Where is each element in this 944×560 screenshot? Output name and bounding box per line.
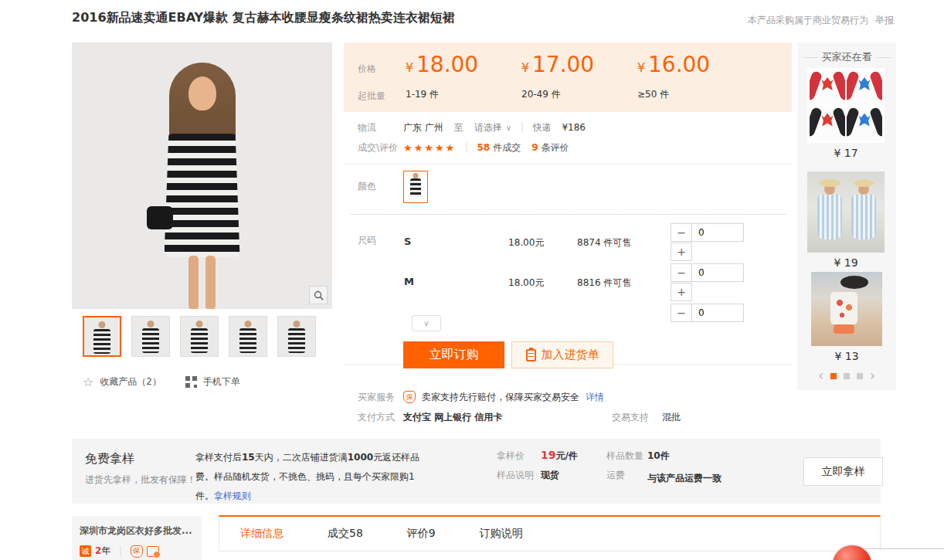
sidebar-product-2[interactable]: ¥ 19 [807,171,885,269]
sample-price-value: 19元/件 [541,449,578,463]
tier3-qty: ≥50 件 [637,88,669,101]
buyer-service-row: 买家服务 保 卖家支持先行赔付，保障买家交易安全 详情 [344,390,792,404]
payment-methods: 支付宝 网上银行 信用卡 [403,411,502,424]
seller-card: 深圳市龙岗区衣好多批发... 诚 2年 │ 保 [72,516,202,560]
qty-minus-button[interactable]: − [671,263,692,282]
thumbnail-3[interactable] [180,316,219,357]
sample-rule-link[interactable]: 拿样规则 [214,490,251,501]
thumbnail-2[interactable] [131,316,170,357]
also-viewed-sidebar: 买家还在看 ¥ 17 ¥ 19 ¥ 13 ‹ › [797,42,896,390]
page-dot-3[interactable] [857,373,863,379]
tab-reviews[interactable]: 评价9 [407,527,436,541]
tab-deals[interactable]: 成交58 [328,527,363,541]
main-product-image[interactable] [72,42,332,309]
expand-sizes-button[interactable]: ∨ [412,315,441,331]
qty-plus-button[interactable]: + [671,243,692,261]
trade-support-value[interactable]: 混批 [662,411,681,424]
seller-name-link[interactable]: 深圳市龙岗区衣好多批发... [80,524,194,538]
logistics-row: 物流 广东 广州 至 请选择 ∨ │ 快递 ¥186 [344,120,792,135]
trade-support-label: 交易支持 [612,411,649,424]
moq-label: 起批量 [358,90,385,103]
sample-price-label: 拿样价 [497,450,525,463]
sample-shipping-value: 与该产品运费一致 [647,469,734,488]
sample-desc-value: 现货 [541,469,559,482]
size-name: M [404,276,414,287]
deal-rating-row: 成交\评价 ★★★★★ │ 58 件成交 9 条评价 [344,140,792,155]
size-stock: 8874 件可售 [577,236,631,249]
sidebar-product-1[interactable]: ¥ 17 [807,68,885,159]
tab-order-notes[interactable]: 订购说明 [480,527,523,541]
page-title: 2016新品速卖通EBAY爆款 复古赫本收腰显瘦条纹裙热卖连衣裙短裙 [72,10,455,26]
thumbnail-4[interactable] [229,316,267,357]
clipboard-icon [526,349,536,361]
seller-years: 2年 [95,545,110,558]
favorite-label: 收藏产品（2） [100,375,161,389]
star-icon: ☆ [83,377,93,388]
color-swatch-selected[interactable] [403,171,428,203]
qty-input[interactable] [691,304,744,322]
report-link[interactable]: 举报 [875,14,894,27]
review-count-link[interactable]: 9 [531,142,538,153]
prev-arrow-icon[interactable]: ‹ [818,369,823,382]
magnifier-icon[interactable] [309,286,328,304]
get-sample-button[interactable]: 立即拿样 [803,457,883,486]
price-label: 价格 [358,63,376,76]
deal-count-link[interactable]: 58 [477,142,491,153]
tier1-qty: 1-19 件 [406,88,439,101]
express-fee: ¥186 [562,122,586,133]
guarantee-icon: 保 [131,545,143,558]
qty-minus-button[interactable]: − [671,304,692,322]
next-arrow-icon[interactable]: › [870,369,875,382]
sample-qty-label: 样品数量 [606,450,643,463]
thumbnail-1[interactable] [83,316,121,357]
qty-input[interactable] [691,223,744,242]
sidebar-pagination: ‹ › [797,369,896,382]
deal-count-unit: 件成交 [493,141,521,154]
qty-input[interactable] [691,263,744,282]
striped-dress [165,134,240,257]
tier2-price: ¥ 17.00 [521,52,594,77]
rating-stars-icon: ★★★★★ [403,142,456,154]
sample-qty-value: 10件 [647,450,670,463]
qr-code-icon [185,376,197,388]
size-label: 尺码 [358,234,376,247]
sample-desc-label: 样品说明 [497,469,534,482]
order-now-button[interactable]: 立即订购 [403,341,504,368]
size-stock: 8816 件可售 [577,277,631,290]
price-box: 价格 起批量 ¥ 18.00 ¥ 17.00 ¥ 16.00 1-19 件 20… [344,42,792,112]
service-detail-link[interactable]: 详情 [586,391,604,404]
detail-tabbar: 详细信息 成交58 评价9 订购说明 [219,515,881,552]
size-name: S [404,236,411,247]
sample-subtitle: 进货先拿样，批发有保障！ [85,473,196,487]
page-dot-1[interactable] [830,373,837,379]
thumbnail-strip [83,316,338,358]
payment-label: 支付方式 [358,411,403,424]
sidebar-product-3[interactable]: ¥ 13 [811,272,882,362]
size-price: 18.00元 [508,277,544,290]
color-label: 颜色 [358,180,376,193]
tab-detail-info[interactable]: 详细信息 [240,527,284,541]
qty-plus-button[interactable]: + [671,283,692,301]
page-dot-2[interactable] [844,373,850,379]
thumbnail-5[interactable] [277,316,316,357]
destination-select[interactable]: 请选择 [474,121,502,134]
product-image-romper [807,171,885,253]
size-row-m: M 18.00元 8816 件可售 − + [398,260,792,300]
sample-description: 拿样支付后15天内，二次店铺进货满1000元返还样品费。样品随机发货，不挑色、挑… [195,448,432,506]
product-image-shirts [807,68,885,143]
to-label: 至 [454,121,464,134]
favorite-product-button[interactable]: ☆ 收藏产品（2） [83,375,161,389]
size-row-s: S 18.00元 8874 件可售 − + [398,220,792,260]
payment-row: 支付方式 支付宝 网上银行 信用卡 交易支持 混批 [344,410,792,424]
credit-badge-icon: 诚 [80,545,91,557]
size-row-partial: − [398,300,792,341]
buyer-service-label: 买家服务 [358,391,403,404]
guarantee-icon: 保 [403,391,416,403]
chevron-down-icon[interactable]: ∨ [506,124,511,132]
mobile-order-button[interactable]: 手机下单 [185,375,240,389]
buyer-service-text: 卖家支持先行赔付，保障买家交易安全 [422,391,579,404]
express-label: 快递 [532,121,551,134]
qty-minus-button[interactable]: − [671,223,692,242]
tier1-price: ¥ 18.00 [406,52,478,77]
add-to-cart-button[interactable]: 加入进货单 [511,341,613,368]
